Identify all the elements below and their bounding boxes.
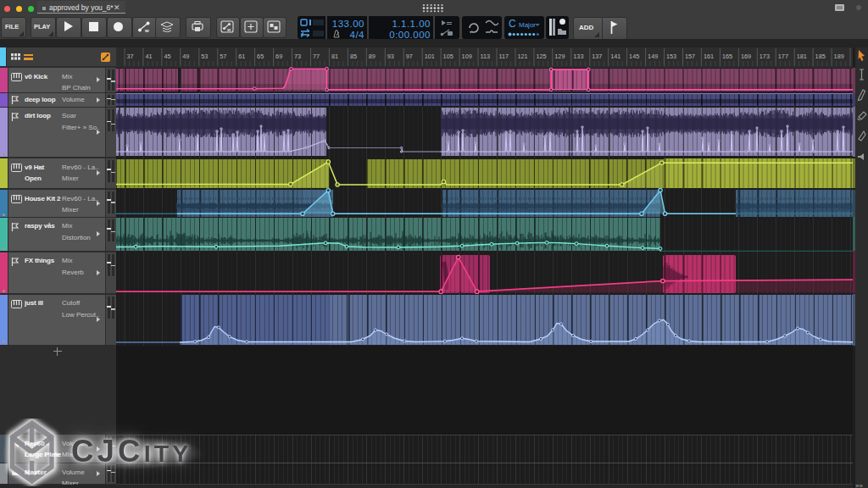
svg-text:105: 105	[443, 53, 453, 60]
svg-text:185: 185	[815, 53, 826, 60]
svg-text:57: 57	[220, 53, 226, 60]
svg-text:117: 117	[499, 53, 509, 60]
svg-text:45: 45	[164, 53, 170, 60]
svg-text:77: 77	[313, 53, 320, 60]
svg-text:69: 69	[275, 53, 282, 60]
svg-text:133: 133	[573, 53, 583, 60]
svg-text:141: 141	[610, 53, 620, 60]
svg-text:161: 161	[704, 53, 714, 60]
svg-text:101: 101	[425, 53, 435, 60]
svg-text:173: 173	[760, 53, 770, 60]
svg-text:125: 125	[536, 53, 546, 60]
svg-text:85: 85	[350, 53, 357, 60]
svg-text:121: 121	[518, 53, 528, 60]
svg-text:w: w	[144, 28, 149, 33]
svg-text:129: 129	[554, 53, 565, 60]
svg-text:137: 137	[592, 53, 602, 60]
svg-text:165: 165	[722, 53, 732, 60]
svg-text:53: 53	[201, 53, 208, 60]
svg-text:w: w	[226, 27, 231, 32]
svg-text:189: 189	[834, 53, 844, 60]
svg-text:145: 145	[629, 53, 639, 60]
svg-text:177: 177	[778, 53, 788, 60]
svg-text:89: 89	[369, 53, 376, 60]
svg-text:49: 49	[182, 53, 189, 60]
svg-text:65: 65	[257, 53, 264, 60]
svg-text:93: 93	[387, 53, 394, 60]
svg-text:157: 157	[685, 53, 695, 60]
svg-text:181: 181	[797, 53, 807, 60]
svg-text:149: 149	[648, 53, 658, 60]
svg-text:61: 61	[238, 53, 245, 60]
svg-text:41: 41	[145, 53, 152, 60]
svg-text:97: 97	[406, 53, 413, 60]
svg-text:169: 169	[741, 53, 751, 60]
svg-text:37: 37	[127, 53, 134, 60]
svg-text:113: 113	[481, 53, 491, 60]
svg-text:109: 109	[462, 53, 472, 60]
svg-text:153: 153	[666, 53, 676, 60]
svg-text:73: 73	[294, 53, 301, 60]
svg-text:81: 81	[331, 53, 338, 60]
